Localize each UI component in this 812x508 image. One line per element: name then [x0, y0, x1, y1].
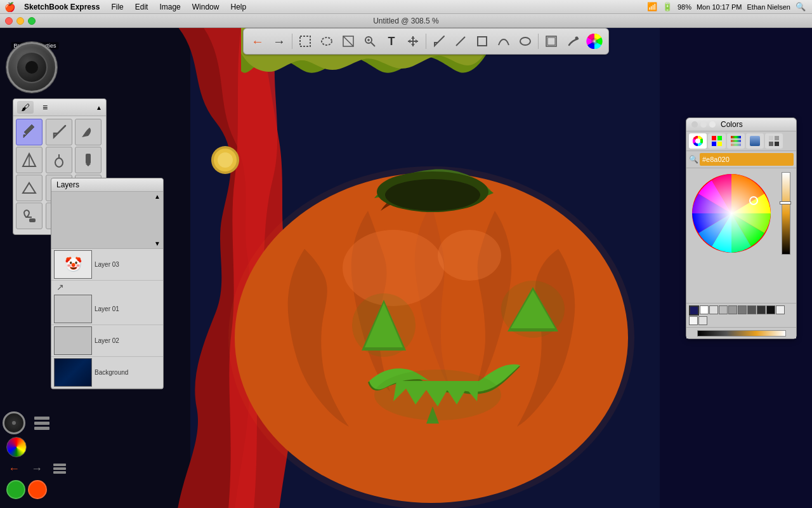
username: Ethan Nielsen: [747, 3, 791, 11]
toolbar-sep-2: [426, 34, 426, 49]
color-mode-wheel[interactable]: [689, 133, 707, 149]
rect-button[interactable]: [472, 31, 492, 51]
svg-rect-77: [53, 471, 66, 474]
scroll-up-button[interactable]: ▲: [154, 193, 160, 200]
green-status-circle[interactable]: [6, 480, 25, 499]
svg-point-52: [575, 37, 579, 40]
tool-calligraphy[interactable]: [75, 119, 102, 145]
layer-link-indicator: ↗: [51, 281, 163, 293]
color-wheel-small[interactable]: [6, 437, 27, 457]
redo-button[interactable]: →: [269, 31, 289, 51]
red-status-circle[interactable]: [28, 480, 47, 499]
apple-menu[interactable]: 🍎: [0, 2, 19, 12]
color-spectrum-slider[interactable]: [782, 172, 790, 255]
tool-triangle[interactable]: [16, 175, 43, 201]
layers-panel-header: Layers: [51, 178, 163, 192]
swatch-8[interactable]: [766, 305, 775, 314]
scroll-down-button[interactable]: ▼: [154, 240, 160, 247]
swatch-10[interactable]: [689, 316, 698, 325]
svg-marker-24: [23, 183, 36, 193]
menu-edit[interactable]: Edit: [130, 2, 154, 12]
bottom-undo-button[interactable]: ←: [5, 460, 23, 478]
swatch-3[interactable]: [719, 305, 728, 314]
tool-wedge[interactable]: [16, 147, 43, 173]
line-button[interactable]: [450, 31, 471, 51]
lasso-button[interactable]: [317, 31, 337, 51]
swatch-1[interactable]: [700, 305, 709, 314]
tool-marker[interactable]: [75, 147, 102, 173]
tool-watercolor[interactable]: [46, 147, 72, 173]
svg-marker-44: [411, 44, 415, 46]
undo-button[interactable]: ←: [247, 31, 268, 51]
layer-name-background: Background: [95, 369, 128, 376]
close-button[interactable]: [5, 17, 13, 25]
menu-image[interactable]: Image: [154, 2, 185, 12]
select-rect-button[interactable]: [295, 31, 315, 51]
svg-rect-33: [300, 36, 310, 46]
menu-window[interactable]: Window: [187, 2, 225, 12]
curve-button[interactable]: [494, 31, 514, 51]
layer-item-layer02[interactable]: Layer 02: [51, 325, 163, 357]
tool-panel-tab-brushes[interactable]: 🖌: [17, 101, 34, 114]
move-button[interactable]: [403, 31, 423, 51]
zoom-button[interactable]: [360, 31, 380, 51]
blend-button[interactable]: [563, 31, 583, 51]
svg-rect-65: [769, 136, 773, 140]
swatch-2[interactable]: [709, 305, 718, 314]
layers-scrollbar[interactable]: ▲ ▼: [153, 192, 162, 248]
stamp-button[interactable]: [541, 31, 561, 51]
layer-item-background[interactable]: Background: [51, 357, 163, 389]
swatch-6[interactable]: [747, 305, 756, 314]
spectrum-handle[interactable]: [780, 201, 791, 204]
minimize-button[interactable]: [16, 17, 24, 25]
tool-panel-tab-list[interactable]: ≡: [39, 101, 51, 114]
color-search-bar: 🔍: [686, 151, 796, 168]
text-button[interactable]: T: [381, 31, 402, 51]
color-mode-palette[interactable]: [727, 133, 745, 149]
layer-item-layer03[interactable]: 🤡 Layer 03: [51, 249, 163, 281]
tool-pen[interactable]: [46, 119, 72, 145]
swatch-11[interactable]: [698, 316, 707, 325]
svg-marker-46: [416, 39, 418, 43]
color-wheel-toolbar-button[interactable]: [584, 31, 605, 51]
color-search-input[interactable]: [700, 153, 794, 166]
tool-pencil[interactable]: [16, 119, 43, 145]
menu-help[interactable]: Help: [225, 2, 251, 12]
crop-button[interactable]: [338, 31, 358, 51]
swatch-9[interactable]: [776, 305, 785, 314]
layers-toggle-button[interactable]: [30, 411, 53, 434]
wifi-icon: 📶: [647, 2, 657, 11]
colors-max-dot[interactable]: [709, 121, 716, 128]
svg-point-56: [695, 138, 700, 144]
color-wheel[interactable]: [690, 172, 779, 261]
panel-collapse-button[interactable]: ▲: [96, 104, 102, 111]
menu-app-name[interactable]: SketchBook Express: [19, 2, 105, 12]
bottom-redo-button[interactable]: →: [28, 460, 46, 478]
svg-point-18: [228, 166, 634, 508]
layers-scroll-area[interactable]: ▲ ▼: [51, 192, 163, 249]
swatch-7[interactable]: [757, 305, 766, 314]
pen-tool-button[interactable]: [429, 31, 449, 51]
menu-items: SketchBook Express File Edit Image Windo…: [19, 2, 251, 12]
colors-close-dot[interactable]: [691, 121, 698, 128]
color-mode-tabs: [686, 131, 796, 151]
color-mode-gradient[interactable]: [746, 133, 764, 149]
brush-size-dial[interactable]: [6, 42, 57, 93]
color-brightness-bar[interactable]: [782, 172, 790, 299]
swatch-4[interactable]: [728, 305, 737, 314]
color-mode-swatches[interactable]: [765, 133, 783, 149]
search-icon[interactable]: 🔍: [796, 2, 806, 11]
swatch-5[interactable]: [738, 305, 747, 314]
tool-fill[interactable]: [16, 203, 43, 229]
maximize-button[interactable]: [28, 17, 36, 25]
layer-item-layer01[interactable]: Layer 01: [51, 293, 163, 325]
navigator-dial[interactable]: [3, 411, 25, 434]
swatch-0[interactable]: [689, 305, 699, 316]
ellipse-button[interactable]: [515, 31, 535, 51]
color-mode-grid[interactable]: [708, 133, 726, 149]
bottom-layers-button[interactable]: [51, 460, 69, 478]
layer-thumbnail-layer01: [54, 295, 92, 323]
menu-file[interactable]: File: [106, 2, 128, 12]
colors-min-dot[interactable]: [700, 121, 707, 128]
gradient-slider[interactable]: [697, 330, 786, 337]
